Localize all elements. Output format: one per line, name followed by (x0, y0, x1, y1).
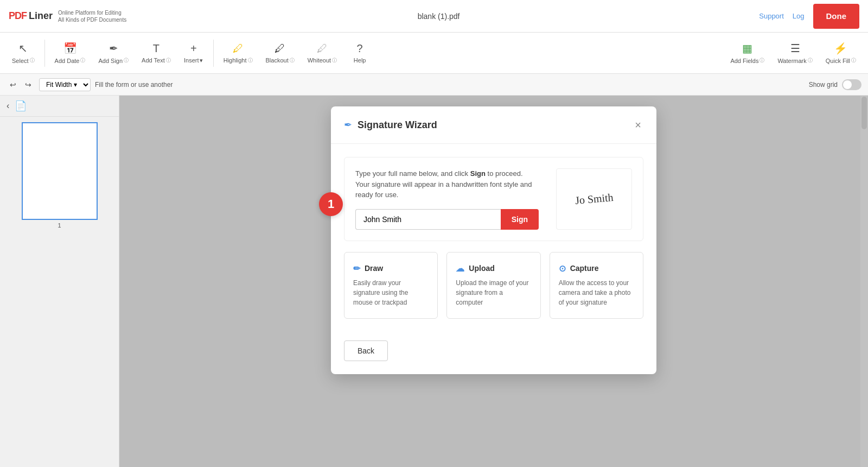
capture-icon: ⊙ (559, 263, 566, 274)
add-date-tool[interactable]: 📅 Add Dateⓘ (49, 37, 91, 68)
sign-button[interactable]: Sign (501, 209, 539, 230)
select-icon: ↖ (18, 42, 28, 55)
panel-header: ‹ 📄 (0, 96, 119, 117)
add-date-label: Add Dateⓘ (55, 57, 86, 64)
whiteout-label: Whiteoutⓘ (308, 57, 337, 64)
modal-body: Type your full name below, and click Sig… (331, 144, 656, 332)
login-link[interactable]: Log (793, 12, 805, 20)
sign-input-row: Sign (355, 209, 539, 230)
signature-wizard-icon: ✒ (344, 119, 352, 131)
upload-option-desc: Upload the image of your signature from … (456, 278, 531, 307)
add-sign-icon: ✒ (109, 42, 118, 55)
select-label: Selectⓘ (12, 57, 35, 64)
page-thumb-1[interactable] (22, 122, 98, 220)
sign-left: Type your full name below, and click Sig… (355, 168, 539, 230)
toolbar-right: ▦ Add Fieldsⓘ ☰ Watermarkⓘ ⚡ Quick Fillⓘ (725, 37, 861, 68)
redo-button[interactable]: ↪ (22, 78, 35, 91)
add-fields-icon: ▦ (742, 42, 752, 55)
logo-pdf: PDF (9, 10, 27, 22)
sign-input-preview: Type your full name below, and click Sig… (355, 168, 632, 230)
add-text-label: Add Textⓘ (142, 57, 171, 64)
insert-label: Insert▾ (184, 57, 203, 64)
logo-liner: Liner (29, 10, 53, 22)
draw-icon: ✏ (353, 263, 360, 274)
watermark-icon: ☰ (790, 42, 800, 55)
upload-option-title: ☁ Upload (456, 263, 531, 274)
done-button[interactable]: Done (813, 4, 860, 29)
panel-toggle[interactable]: ‹ (5, 100, 10, 112)
step-badge: 1 (319, 192, 343, 216)
highlight-tool[interactable]: 🖊 Highlightⓘ (218, 38, 258, 68)
whiteout-icon: 🖊 (317, 42, 328, 55)
undo-button[interactable]: ↩ (7, 78, 20, 91)
blackout-label: Blackoutⓘ (266, 57, 295, 64)
upload-icon: ☁ (456, 263, 464, 274)
help-icon: ? (357, 42, 363, 55)
upload-option-card[interactable]: ☁ Upload Upload the image of your signat… (446, 252, 540, 319)
left-panel: ‹ 📄 1 (0, 96, 119, 467)
quick-fill-tool[interactable]: ⚡ Quick Fillⓘ (820, 37, 861, 68)
watermark-tool[interactable]: ☰ Watermarkⓘ (772, 37, 818, 68)
file-name: blank (1).pdf (126, 12, 751, 21)
draw-option-card[interactable]: ✏ Draw Easily draw your signature using … (344, 252, 438, 319)
pages-area: 1 (0, 117, 119, 467)
logo[interactable]: PDF Liner (9, 10, 53, 22)
options-row: ✏ Draw Easily draw your signature using … (344, 252, 643, 319)
highlight-label: Highlightⓘ (224, 57, 253, 64)
support-link[interactable]: Support (759, 12, 784, 20)
sign-preview-text: Jo Smith (575, 191, 614, 207)
insert-icon: + (190, 42, 197, 55)
add-fields-label: Add Fieldsⓘ (730, 57, 764, 64)
page-number-1: 1 (22, 222, 98, 229)
blackout-icon: 🖊 (275, 42, 285, 55)
toolbar-divider-1 (44, 40, 45, 67)
back-button[interactable]: Back (344, 340, 388, 361)
show-grid-label: Show grid (809, 81, 838, 89)
highlight-icon: 🖊 (233, 42, 244, 55)
doc-area: 1 ✒ Signature Wizard × (119, 96, 868, 467)
blackout-tool[interactable]: 🖊 Blackoutⓘ (260, 38, 300, 68)
add-text-tool[interactable]: T Add Textⓘ (136, 38, 176, 68)
undo-redo: ↩ ↪ (7, 78, 35, 91)
header-right: Support Log Done (751, 4, 859, 29)
insert-tool[interactable]: + Insert▾ (178, 38, 209, 68)
show-grid-toggle[interactable] (842, 79, 861, 90)
capture-option-title: ⊙ Capture (559, 263, 634, 274)
whiteout-tool[interactable]: 🖊 Whiteoutⓘ (302, 38, 342, 68)
sign-preview: Jo Smith (556, 168, 632, 230)
modal-header: ✒ Signature Wizard × (331, 106, 656, 144)
capture-option-card[interactable]: ⊙ Capture Allow the access to your camer… (550, 252, 643, 319)
draw-option-desc: Easily draw your signature using the mou… (353, 278, 429, 307)
quick-fill-label: Quick Fillⓘ (826, 57, 856, 64)
show-grid-area: Show grid (809, 79, 861, 90)
modal-title: Signature Wizard (358, 119, 627, 131)
app-container: PDF Liner Online Platform for Editing Al… (0, 0, 868, 467)
page-thumb-container: 1 (22, 122, 98, 229)
panel-pages-icon: 📄 (15, 100, 27, 112)
modal-footer: Back (331, 332, 656, 374)
fill-text: Fill the form or use another (95, 81, 805, 89)
modal-close-button[interactable]: × (633, 117, 643, 132)
add-fields-tool[interactable]: ▦ Add Fieldsⓘ (725, 37, 770, 68)
toolbar-divider-2 (213, 40, 214, 67)
header: PDF Liner Online Platform for Editing Al… (0, 0, 868, 33)
add-date-icon: 📅 (63, 42, 77, 55)
sign-section: Type your full name below, and click Sig… (344, 157, 643, 241)
sign-description: Type your full name below, and click Sig… (355, 168, 539, 200)
help-tool[interactable]: ? Help (344, 38, 375, 68)
quick-fill-icon: ⚡ (834, 42, 847, 55)
fit-select[interactable]: Fit Width ▾ (39, 78, 91, 91)
capture-option-desc: Allow the access to your camera and take… (559, 278, 634, 307)
help-label: Help (354, 57, 366, 64)
logo-subtitle: Online Platform for Editing All Kinds of… (58, 9, 126, 23)
main-content: ‹ 📄 1 1 ✒ Signature Wizard (0, 96, 868, 467)
select-tool[interactable]: ↖ Selectⓘ (7, 37, 40, 68)
add-text-icon: T (153, 42, 159, 55)
watermark-label: Watermarkⓘ (777, 57, 812, 64)
toolbar2: ↩ ↪ Fit Width ▾ Fill the form or use ano… (0, 74, 868, 96)
signature-wizard-modal: ✒ Signature Wizard × Type your full name… (331, 106, 656, 374)
modal-overlay: ✒ Signature Wizard × Type your full name… (119, 96, 868, 467)
logo-area: PDF Liner Online Platform for Editing Al… (9, 9, 126, 23)
sign-input[interactable] (355, 209, 501, 230)
add-sign-tool[interactable]: ✒ Add Signⓘ (93, 37, 134, 68)
